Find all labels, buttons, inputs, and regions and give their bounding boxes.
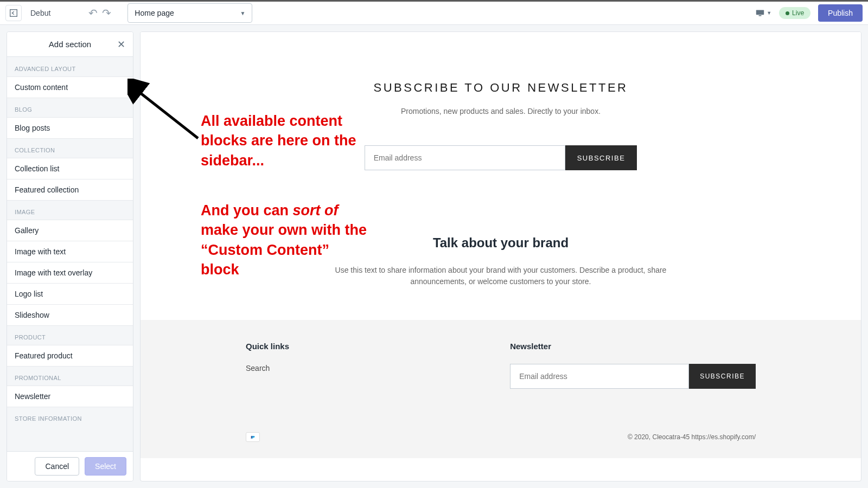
footer-link-search[interactable]: Search: [246, 364, 289, 373]
svg-rect-2: [759, 15, 762, 16]
section-item[interactable]: Newsletter: [7, 386, 133, 407]
footer-newsletter-heading: Newsletter: [510, 342, 756, 351]
brand-heading: Talk about your brand: [151, 235, 850, 251]
newsletter-section: SUBSCRIBE TO OUR NEWSLETTER Promotions, …: [141, 32, 861, 203]
newsletter-heading: SUBSCRIBE TO OUR NEWSLETTER: [151, 81, 850, 95]
section-item[interactable]: Image with text overlay: [7, 262, 133, 284]
footer-bottom: PP © 2020, Cleocatra-45 https://es.shopi…: [246, 389, 756, 447]
svg-rect-0: [10, 10, 17, 17]
brand-section: Talk about your brand Use this text to s…: [141, 203, 861, 320]
footer-section: Quick links Search Newsletter SUBSCRIBE: [141, 320, 861, 458]
exit-editor-button[interactable]: [5, 5, 22, 21]
close-icon[interactable]: ✕: [117, 38, 125, 50]
chevron-down-icon: ▼: [767, 10, 771, 16]
newsletter-email-input[interactable]: [365, 146, 565, 170]
section-item[interactable]: Collection list: [7, 158, 133, 179]
copyright-text: © 2020, Cleocatra-45 https://es.shopify.…: [628, 433, 756, 441]
live-dot-icon: [786, 11, 789, 15]
newsletter-subscribe-button[interactable]: SUBSCRIBE: [565, 145, 637, 170]
section-item[interactable]: Image with text: [7, 241, 133, 262]
sidebar-header: Add section ✕: [7, 32, 133, 57]
paypal-icon: PP: [246, 432, 260, 442]
topbar-left: Debut ↶ ↷ Home page ▼: [5, 3, 252, 23]
top-bar: Debut ↶ ↷ Home page ▼ ▼ Live Publish: [0, 0, 868, 25]
undo-button[interactable]: ↶: [88, 7, 98, 20]
preview-content: SUBSCRIBE TO OUR NEWSLETTER Promotions, …: [141, 32, 861, 458]
sidebar-container: Add section ✕ ADVANCED LAYOUTCustom cont…: [0, 25, 140, 488]
section-group-label: COLLECTION: [7, 138, 133, 158]
section-group-label: BLOG: [7, 98, 133, 117]
topbar-right: ▼ Live Publish: [756, 4, 863, 22]
footer-newsletter-button[interactable]: SUBSCRIBE: [689, 364, 756, 389]
monitor-icon: [756, 9, 764, 17]
footer-newsletter-input[interactable]: [510, 364, 689, 389]
main-layout: Add section ✕ ADVANCED LAYOUTCustom cont…: [0, 25, 868, 488]
live-label: Live: [792, 9, 804, 17]
footer-newsletter-form: SUBSCRIBE: [510, 364, 756, 389]
select-button[interactable]: Select: [85, 457, 126, 476]
section-group-label: IMAGE: [7, 200, 133, 220]
section-item[interactable]: Featured collection: [7, 179, 133, 201]
page-select-value: Home page: [135, 9, 174, 17]
section-item[interactable]: Custom content: [7, 76, 133, 98]
footer-quick-links: Quick links Search: [246, 342, 289, 389]
preview-panel: SUBSCRIBE TO OUR NEWSLETTER Promotions, …: [140, 31, 861, 481]
undo-redo-group: ↶ ↷: [88, 7, 111, 20]
sidebar-footer: Cancel Select: [7, 451, 133, 481]
newsletter-form: SUBSCRIBE: [151, 145, 850, 170]
section-item[interactable]: Gallery: [7, 220, 133, 241]
redo-button[interactable]: ↷: [102, 7, 111, 20]
cancel-button[interactable]: Cancel: [35, 457, 79, 476]
device-preview-toggle[interactable]: ▼: [756, 9, 771, 17]
newsletter-input-wrap: [365, 145, 565, 170]
exit-icon: [9, 8, 18, 18]
brand-text: Use this text to share information about…: [327, 265, 674, 287]
section-item[interactable]: Featured product: [7, 345, 133, 367]
preview-scroll[interactable]: SUBSCRIBE TO OUR NEWSLETTER Promotions, …: [141, 32, 861, 481]
section-item[interactable]: Logo list: [7, 283, 133, 305]
section-group-label: PROMOTIONAL: [7, 366, 133, 386]
section-group-label: STORE INFORMATION: [7, 407, 133, 426]
quick-links-heading: Quick links: [246, 342, 289, 351]
publish-button[interactable]: Publish: [818, 4, 863, 22]
add-section-sidebar: Add section ✕ ADVANCED LAYOUTCustom cont…: [7, 31, 133, 481]
svg-rect-1: [756, 10, 764, 15]
section-group-label: ADVANCED LAYOUT: [7, 57, 133, 76]
section-item[interactable]: Slideshow: [7, 304, 133, 326]
section-item[interactable]: Blog posts: [7, 117, 133, 139]
footer-columns: Quick links Search Newsletter SUBSCRIBE: [246, 342, 756, 389]
page-select-dropdown[interactable]: Home page ▼: [127, 3, 252, 23]
sidebar-title: Add section: [49, 40, 91, 49]
footer-newsletter: Newsletter SUBSCRIBE: [510, 342, 756, 389]
section-group-label: PRODUCT: [7, 325, 133, 345]
chevron-down-icon: ▼: [240, 10, 245, 16]
live-status-pill: Live: [779, 7, 810, 19]
newsletter-subtext: Promotions, new products and sales. Dire…: [151, 107, 850, 115]
sidebar-scroll-area[interactable]: ADVANCED LAYOUTCustom contentBLOGBlog po…: [7, 57, 133, 451]
theme-name: Debut: [30, 9, 50, 17]
